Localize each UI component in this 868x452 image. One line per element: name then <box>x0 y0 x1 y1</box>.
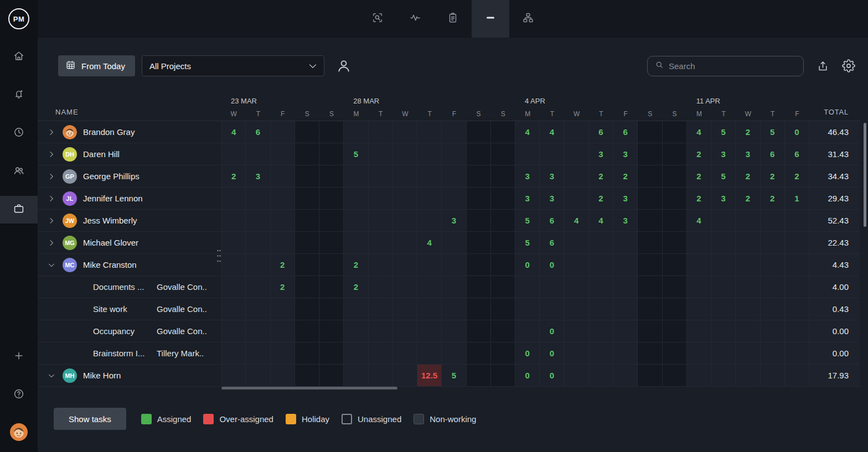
allocation-cell[interactable]: 6 <box>785 143 809 165</box>
allocation-cell[interactable]: 2 <box>271 276 295 298</box>
day-cell[interactable] <box>491 188 515 210</box>
day-cell[interactable] <box>467 298 491 320</box>
tab-find[interactable] <box>359 0 396 38</box>
day-cell[interactable] <box>369 210 393 232</box>
day-cell[interactable] <box>369 254 393 276</box>
day-cell[interactable] <box>711 232 736 254</box>
day-cell[interactable] <box>295 365 319 387</box>
day-cell[interactable] <box>761 210 785 232</box>
day-cell[interactable] <box>711 298 736 320</box>
person-name-cell[interactable]: JWJess Wimberly <box>38 210 221 232</box>
chevron-right-icon[interactable] <box>47 238 56 247</box>
allocation-cell[interactable]: 3 <box>246 165 270 188</box>
day-cell[interactable] <box>711 254 736 276</box>
day-cell[interactable] <box>711 320 736 342</box>
allocation-cell[interactable]: 2 <box>687 188 711 210</box>
day-cell[interactable] <box>467 254 491 276</box>
day-cell[interactable] <box>221 188 246 210</box>
day-cell[interactable] <box>271 298 295 320</box>
day-cell[interactable] <box>344 365 368 387</box>
day-cell[interactable] <box>540 276 564 298</box>
day-cell[interactable] <box>663 365 687 387</box>
day-cell[interactable] <box>687 232 711 254</box>
day-cell[interactable] <box>319 143 344 165</box>
allocation-cell[interactable]: 1 <box>785 188 809 210</box>
day-cell[interactable] <box>393 365 417 387</box>
day-cell[interactable] <box>467 188 491 210</box>
day-cell[interactable] <box>221 254 246 276</box>
day-cell[interactable] <box>638 276 662 298</box>
day-cell[interactable] <box>246 298 270 320</box>
allocation-cell[interactable]: 6 <box>761 143 785 165</box>
day-cell[interactable] <box>246 342 270 365</box>
day-cell[interactable] <box>344 188 368 210</box>
day-cell[interactable] <box>785 210 809 232</box>
day-cell[interactable] <box>442 143 466 165</box>
settings-button[interactable] <box>842 59 855 72</box>
day-cell[interactable] <box>761 232 785 254</box>
day-cell[interactable] <box>369 342 393 365</box>
day-cell[interactable] <box>442 254 466 276</box>
day-cell[interactable] <box>344 232 368 254</box>
day-cell[interactable] <box>761 320 785 342</box>
day-cell[interactable] <box>246 188 270 210</box>
chevron-right-icon[interactable] <box>47 194 56 203</box>
allocation-cell[interactable]: 2 <box>785 165 809 188</box>
day-cell[interactable] <box>711 365 736 387</box>
day-cell[interactable] <box>515 298 540 320</box>
day-cell[interactable] <box>711 276 736 298</box>
chevron-down-icon[interactable] <box>47 261 56 269</box>
day-cell[interactable] <box>369 365 393 387</box>
day-cell[interactable] <box>319 232 344 254</box>
day-cell[interactable] <box>761 254 785 276</box>
day-cell[interactable] <box>785 342 809 365</box>
day-cell[interactable] <box>467 121 491 143</box>
allocation-cell[interactable]: 5 <box>442 365 466 387</box>
day-cell[interactable] <box>246 143 270 165</box>
sidebar-item-clock[interactable] <box>0 114 38 152</box>
day-cell[interactable] <box>589 232 613 254</box>
day-cell[interactable] <box>638 365 662 387</box>
allocation-cell[interactable]: 4 <box>417 232 442 254</box>
day-cell[interactable] <box>613 365 638 387</box>
day-cell[interactable] <box>271 143 295 165</box>
day-cell[interactable] <box>221 365 246 387</box>
sidebar-item-projects[interactable] <box>0 190 38 228</box>
day-cell[interactable] <box>442 232 466 254</box>
day-cell[interactable] <box>663 121 687 143</box>
allocation-cell[interactable]: 4 <box>589 210 613 232</box>
day-cell[interactable] <box>319 165 344 188</box>
day-cell[interactable] <box>221 320 246 342</box>
allocation-cell[interactable]: 2 <box>613 165 638 188</box>
allocation-cell[interactable]: 2 <box>589 165 613 188</box>
day-cell[interactable] <box>442 188 466 210</box>
allocation-cell[interactable]: 2 <box>687 165 711 188</box>
day-cell[interactable] <box>638 210 662 232</box>
day-cell[interactable] <box>663 188 687 210</box>
day-cell[interactable] <box>295 276 319 298</box>
day-cell[interactable] <box>785 276 809 298</box>
day-cell[interactable] <box>491 165 515 188</box>
day-cell[interactable] <box>736 298 760 320</box>
day-cell[interactable] <box>491 320 515 342</box>
day-cell[interactable] <box>761 342 785 365</box>
day-cell[interactable] <box>442 121 466 143</box>
day-cell[interactable] <box>369 143 393 165</box>
day-cell[interactable] <box>246 210 270 232</box>
day-cell[interactable] <box>417 298 442 320</box>
day-cell[interactable] <box>565 121 589 143</box>
day-cell[interactable] <box>565 165 589 188</box>
day-cell[interactable] <box>246 254 270 276</box>
day-cell[interactable] <box>736 232 760 254</box>
day-cell[interactable] <box>565 298 589 320</box>
person-name-cell[interactable]: GPGeorge Phillips <box>38 165 221 188</box>
day-cell[interactable] <box>344 165 368 188</box>
day-cell[interactable] <box>565 143 589 165</box>
allocation-cell[interactable]: 0 <box>515 254 540 276</box>
day-cell[interactable] <box>540 298 564 320</box>
day-cell[interactable] <box>467 320 491 342</box>
day-cell[interactable] <box>295 342 319 365</box>
day-cell[interactable] <box>540 143 564 165</box>
day-cell[interactable] <box>638 165 662 188</box>
allocation-cell[interactable]: 2 <box>344 254 368 276</box>
